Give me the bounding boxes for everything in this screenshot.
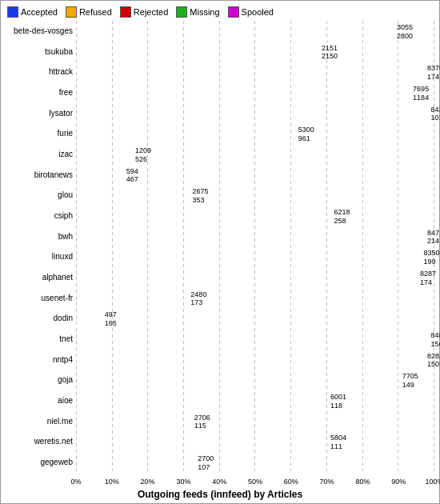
bar-value-labels-httrack: 83701747 (427, 64, 440, 82)
legend-label-refused: Refused (79, 7, 112, 17)
bar-top-val-httrack: 8370 (427, 64, 440, 73)
bar-top-val-usenet-fr: 2480 (190, 290, 206, 299)
y-label-izac: izac (6, 147, 76, 162)
bar-row-csiph: 6218258 (76, 209, 434, 223)
legend-color-refused (66, 6, 77, 18)
x-tick-7: 70% (320, 478, 334, 486)
bar-value-labels-izac: 1209526 (135, 146, 151, 164)
legend-color-rejected (120, 6, 131, 18)
bar-value-labels-niel.me: 2706115 (194, 414, 210, 431)
bar-bot-val-nntp4: 150 (427, 360, 440, 369)
legend-item-missing: Missing (176, 6, 219, 18)
bar-row-alphanet: 8287174 (76, 270, 434, 285)
bar-bot-val-furie: 961 (298, 134, 314, 143)
bars-and-grid: 3055280021512150837017477695118484351015… (76, 21, 434, 487)
chart-container: AcceptedRefusedRejectedMissingSpooled be… (0, 0, 440, 504)
bar-row-lysator: 84351015 (76, 106, 434, 121)
legend-color-spooled (228, 6, 239, 18)
bar-bot-val-tsukuba: 2150 (322, 52, 338, 61)
bar-top-val-bwh: 8471 (427, 229, 440, 238)
bar-row-bwh: 8471214 (76, 230, 434, 244)
bar-row-bete-des-vosges: 30552800 (76, 24, 434, 38)
bar-row-gegeweb: 2700107 (76, 455, 434, 470)
y-label-linuxd: linuxd (6, 250, 76, 264)
chart-title: Outgoing feeds (innfeed) by Articles (2, 487, 438, 502)
x-tick-1: 10% (105, 478, 119, 486)
bar-value-labels-lysator: 84351015 (431, 106, 440, 123)
bar-value-labels-tnet: 8487156 (431, 331, 440, 349)
bar-top-val-linuxd: 8350 (424, 249, 440, 258)
bar-bot-val-gegeweb: 107 (198, 463, 214, 472)
bar-value-labels-bete-des-vosges: 30552800 (397, 23, 413, 41)
bar-row-usenet-fr: 2480173 (76, 291, 434, 306)
bar-top-val-tnet: 8487 (431, 331, 440, 340)
y-labels: bete-des-vosgestsukubahttrackfreelysator… (6, 21, 76, 487)
bar-top-val-bete-des-vosges: 3055 (397, 23, 413, 32)
x-tick-2: 20% (141, 478, 155, 486)
y-label-birotanews: birotanews (6, 168, 76, 182)
bar-row-izac: 1209526 (76, 147, 434, 162)
bar-row-aioe: 6001118 (76, 394, 434, 408)
bar-row-free: 76951184 (76, 86, 434, 100)
bar-value-labels-dodin: 497165 (105, 310, 117, 328)
y-label-goja: goja (6, 373, 76, 387)
y-label-furie: furie (6, 126, 76, 141)
bar-row-weretis.net: 5804111 (76, 434, 434, 449)
x-tick-3: 30% (176, 478, 190, 486)
x-axis-labels: 0%10%20%30%40%50%60%70%80%90%100% (76, 473, 434, 487)
legend-label-missing: Missing (190, 7, 219, 17)
x-tick-10: 100% (425, 478, 440, 486)
bar-bot-val-dodin: 165 (105, 319, 117, 328)
bar-row-linuxd: 8350199 (76, 250, 434, 264)
bar-value-labels-linuxd: 8350199 (424, 249, 440, 266)
bar-value-labels-weretis.net: 5804111 (330, 434, 346, 451)
legend-label-accepted: Accepted (21, 7, 58, 17)
legend-color-missing (176, 6, 187, 18)
bar-bot-val-aioe: 118 (330, 402, 346, 410)
bar-bot-val-weretis.net: 111 (330, 442, 346, 451)
bar-bot-val-tnet: 156 (431, 340, 440, 349)
bar-top-val-free: 7695 (413, 85, 429, 94)
legend-label-rejected: Rejected (134, 7, 168, 17)
y-label-gegeweb: gegeweb (6, 455, 76, 470)
y-label-niel.me: niel.me (6, 414, 76, 429)
y-label-glou: glou (6, 188, 76, 202)
y-label-tnet: tnet (6, 332, 76, 346)
bar-top-val-alphanet: 8287 (420, 270, 436, 278)
bar-bot-val-goja: 149 (402, 381, 418, 390)
bar-top-val-lysator: 8435 (431, 106, 440, 114)
bar-top-val-dodin: 497 (105, 310, 117, 319)
bar-value-labels-csiph: 6218258 (334, 208, 350, 226)
bar-value-labels-usenet-fr: 2480173 (190, 290, 206, 308)
bar-value-labels-alphanet: 8287174 (420, 270, 436, 287)
bar-row-goja: 7705149 (76, 373, 434, 387)
bar-bot-val-bwh: 214 (427, 237, 440, 246)
bar-value-labels-birotanews: 594467 (126, 167, 138, 185)
bar-row-nntp4: 8282150 (76, 353, 434, 367)
bar-value-labels-goja: 7705149 (402, 372, 418, 390)
x-tick-5: 50% (248, 478, 262, 486)
bar-bot-val-usenet-fr: 173 (190, 298, 206, 307)
bar-value-labels-gegeweb: 2700107 (198, 454, 214, 472)
bar-top-val-izac: 1209 (135, 146, 151, 155)
y-label-tsukuba: tsukuba (6, 45, 76, 59)
legend: AcceptedRefusedRejectedMissingSpooled (2, 4, 438, 21)
bar-bot-val-birotanews: 467 (126, 175, 138, 184)
legend-item-accepted: Accepted (7, 6, 58, 18)
y-label-usenet-fr: usenet-fr (6, 291, 76, 306)
bar-value-labels-bwh: 8471214 (427, 229, 440, 246)
bar-bot-val-csiph: 258 (334, 217, 350, 226)
bar-top-val-tsukuba: 2151 (322, 44, 338, 53)
legend-item-refused: Refused (66, 6, 112, 18)
bar-row-furie: 5300961 (76, 126, 434, 141)
legend-item-rejected: Rejected (120, 6, 168, 18)
bar-value-labels-tsukuba: 21512150 (322, 44, 338, 62)
y-label-free: free (6, 86, 76, 100)
bar-bot-val-free: 1184 (413, 94, 429, 102)
bar-value-labels-free: 76951184 (413, 85, 429, 102)
bar-top-val-weretis.net: 5804 (330, 434, 346, 442)
bar-bot-val-bete-des-vosges: 2800 (397, 32, 413, 41)
bar-row-dodin: 497165 (76, 311, 434, 326)
y-label-bwh: bwh (6, 230, 76, 244)
bar-value-labels-aioe: 6001118 (330, 393, 346, 410)
